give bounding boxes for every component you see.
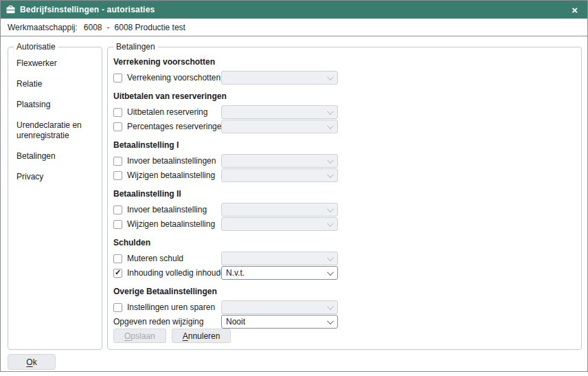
section-uitbetalen-van-reserveringen: Uitbetalen van reserveringenUitbetalen r… [113,91,576,133]
field-label: Instellingen uren sparen [127,302,215,312]
ok-button[interactable]: Ok [8,354,56,370]
window-title: Bedrijfsinstellingen - autorisaties [20,5,155,14]
footer-bar: Ok [1,350,587,370]
checkbox-checked-inhouding-volledig-inhouden[interactable]: ✓ [113,269,122,278]
checkbox-uitbetalen-reservering[interactable] [113,108,122,117]
briefcase-icon [6,5,15,14]
form-row-uitbetalen-reservering: Uitbetalen reservering [113,105,576,119]
dropdown-percentages-reserveringen[interactable] [221,120,338,133]
chevron-down-icon [327,74,334,80]
checkbox-percentages-reserveringen[interactable] [113,122,122,131]
field-label: Verrekening voorschotten [127,73,220,82]
section-header: Schulden [113,238,576,248]
section-header: Betaalinstelling I [113,140,576,151]
checkbox-wijzigen-betaalinstelling[interactable] [113,171,122,180]
dropdown-muteren-schuld[interactable] [221,252,338,265]
dropdown-wijzigen-betaalinstelling[interactable] [221,168,338,182]
form-row-wijzigen-betaalinstelling: Wijzigen betaalinstelling [113,217,576,231]
company-bar: Werkmaatschappij: 6008 - 6008 Productie … [1,19,587,36]
form-row-percentages-reserveringen: Percentages reserveringen [113,120,576,133]
company-code: 6008 [84,23,102,32]
form-row-opgeven-reden-wijziging: Opgeven reden wijzigingNooit [113,315,576,329]
chevron-down-icon [327,254,334,261]
chevron-down-icon [327,171,334,178]
company-name: 6008 Productie test [115,23,185,32]
sidebar-item-privacy[interactable]: Privacy [14,169,96,185]
field-label: Uitbetalen reservering [127,107,207,117]
dropdown-value: N.v.t. [226,268,327,278]
field-label: Invoer betaalinstelling [127,205,207,214]
authorization-sidebar: Autorisatie FlexwerkerRelatiePlaatsingUr… [8,42,102,350]
dropdown-instellingen-uren-sparen[interactable] [221,300,338,314]
sidebar-item-plaatsing[interactable]: Plaatsing [14,97,96,113]
section-betaalinstelling-i: Betaalinstelling IInvoer betaalinstellin… [113,140,576,182]
checkmark-icon: ✓ [115,269,121,276]
panel-legend: Betalingen [113,42,158,52]
chevron-down-icon [327,220,334,227]
chevron-down-icon [327,318,334,324]
cancel-button[interactable]: Annuleren [172,329,231,343]
section-header: Betaalinstelling II [113,189,576,199]
field-label: Muteren schuld [127,254,183,263]
chevron-down-icon [327,206,334,212]
sidebar-item-list: FlexwerkerRelatiePlaatsingUrendeclaratie… [14,56,96,185]
section-schulden: SchuldenMuteren schuld✓Inhouding volledi… [113,238,576,280]
section-betaalinstelling-ii: Betaalinstelling IIInvoer betaalinstelli… [113,189,576,231]
form-sections: Verrekening voorschottenVerrekening voor… [113,57,576,329]
company-label: Werkmaatschappij: [8,23,78,32]
dropdown-verrekening-voorschotten[interactable] [221,71,338,85]
field-label: Invoer betaalinstellingen [127,156,216,166]
checkbox-wijzigen-betaalinstelling[interactable] [113,220,122,229]
dialog-window: Bedrijfsinstellingen - autorisaties × We… [0,0,588,372]
form-row-instellingen-uren-sparen: Instellingen uren sparen [113,300,576,314]
sidebar-legend: Autorisatie [14,42,58,52]
chevron-down-icon [327,108,334,115]
form-row-wijzigen-betaalinstelling: Wijzigen betaalinstelling [113,168,576,182]
dropdown-wijzigen-betaalinstelling[interactable] [221,217,338,231]
chevron-down-icon [327,303,334,310]
title-bar: Bedrijfsinstellingen - autorisaties × [1,1,587,19]
field-label: Opgeven reden wijziging [113,317,203,327]
checkbox-invoer-betaalinstelling[interactable] [113,206,122,214]
content-area: Autorisatie FlexwerkerRelatiePlaatsingUr… [1,36,587,350]
dropdown-uitbetalen-reservering[interactable] [221,105,338,119]
form-row-invoer-betaalinstelling: Invoer betaalinstelling [113,203,576,217]
sidebar-item-betalingen[interactable]: Betalingen [14,148,96,164]
checkbox-verrekening-voorschotten[interactable] [113,74,122,82]
form-row-muteren-schuld: Muteren schuld [113,252,576,265]
payments-panel: Betalingen Verrekening voorschottenVerre… [107,42,582,350]
dropdown-opgeven-reden-wijziging[interactable]: Nooit [221,315,338,329]
chevron-down-icon [327,269,334,276]
company-separator: - [107,23,110,32]
panel-buttons: Opslaan Annuleren [113,329,231,343]
section-header: Verrekening voorschotten [113,57,576,67]
checkbox-muteren-schuld[interactable] [113,254,122,263]
section-verrekening-voorschotten: Verrekening voorschottenVerrekening voor… [113,57,576,85]
field-label: Inhouding volledig inhouden [127,268,229,278]
checkbox-instellingen-uren-sparen[interactable] [113,303,122,312]
field-label: Wijzigen betaalinstelling [127,219,215,229]
form-row-verrekening-voorschotten: Verrekening voorschotten [113,71,576,85]
chevron-down-icon [327,122,334,129]
chevron-down-icon [327,157,334,164]
form-row-invoer-betaalinstellingen: Invoer betaalinstellingen [113,154,576,168]
sidebar-item-urendeclaratie-en-urenregistratie[interactable]: Urendeclaratie en urenregistratie [14,118,96,144]
checkbox-invoer-betaalinstellingen[interactable] [113,157,122,166]
dropdown-invoer-betaalinstellingen[interactable] [221,154,338,168]
field-label: Wijzigen betaalinstelling [127,170,215,180]
section-header: Uitbetalen van reserveringen [113,91,576,102]
section-header: Overige Betaalinstellingen [113,287,576,297]
sidebar-item-relatie[interactable]: Relatie [14,76,96,92]
section-overige-betaalinstellingen: Overige BetaalinstellingenInstellingen u… [113,287,576,329]
form-row-inhouding-volledig-inhouden: ✓Inhouding volledig inhoudenN.v.t. [113,266,576,280]
sidebar-item-flexwerker[interactable]: Flexwerker [14,56,96,71]
close-icon[interactable]: × [569,3,580,16]
dropdown-invoer-betaalinstelling[interactable] [221,203,338,217]
dropdown-value: Nooit [226,317,327,327]
save-button[interactable]: Opslaan [113,329,166,343]
dropdown-inhouding-volledig-inhouden[interactable]: N.v.t. [221,266,338,280]
field-label: Percentages reserveringen [127,122,226,131]
